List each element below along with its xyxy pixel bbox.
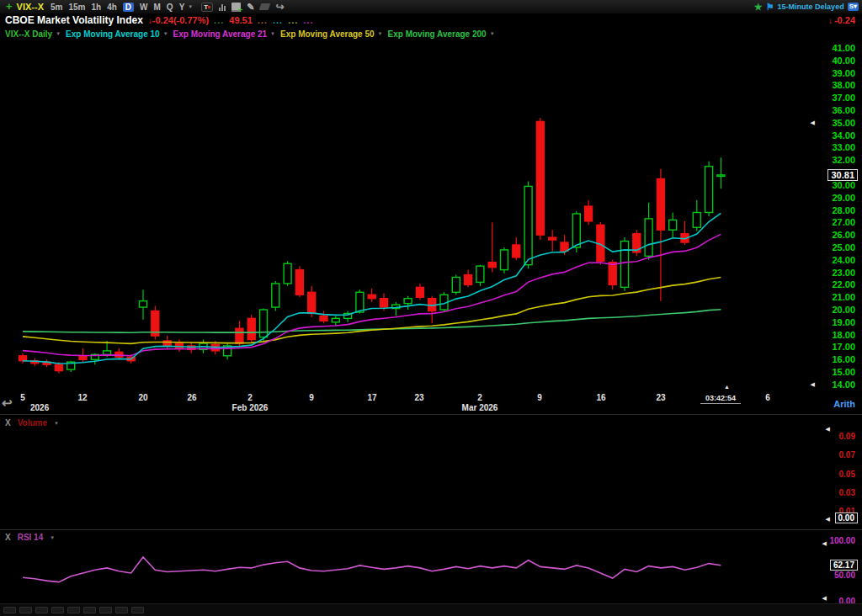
date-tick: 12 — [77, 393, 87, 402]
volume-panel-title[interactable]: Volume — [18, 418, 47, 427]
add-symbol-button[interactable]: + — [6, 2, 13, 12]
price-axis-label: 21.00 — [805, 292, 855, 302]
bottom-status-bar — [0, 603, 862, 616]
legend-item-2[interactable]: Exp Moving Average 21▼ — [173, 29, 275, 39]
trading-app-window: + VIX--X 5m15m1h4hDWMQY ▼ T + ✎ ↪ ★ ⚑ 15… — [0, 0, 862, 616]
price-axis-label: 23.00 — [805, 268, 855, 278]
bottom-tab-7[interactable] — [115, 607, 128, 613]
mini-indicator-dots: ... — [258, 18, 268, 23]
price-axis-label: 22.00 — [805, 279, 855, 289]
price-axis-label: 36.00 — [805, 105, 855, 115]
main-chart-plot[interactable] — [0, 40, 862, 389]
chevron-down-icon[interactable]: ▼ — [270, 31, 275, 36]
mini-indicator-dots: ... — [288, 18, 298, 23]
timeframe-Q[interactable]: Q — [167, 3, 173, 12]
volume-high-marker-icon: ◀ — [826, 426, 830, 433]
date-tick: 17 — [367, 393, 376, 402]
legend-item-label: Exp Moving Average 200 — [388, 29, 487, 39]
date-month-label: Mar 2026 — [462, 403, 498, 412]
mini-indicator-dots: ... — [214, 18, 224, 23]
chevron-down-icon[interactable]: ▼ — [490, 31, 495, 36]
price-axis-label: 25.00 — [805, 242, 855, 252]
legend-item-1[interactable]: Exp Moving Average 10▼ — [66, 29, 168, 39]
toolbar-right: ★ ⚑ 15-Minute Delayed S▾ — [754, 2, 859, 13]
timeframe-Y[interactable]: Y — [179, 3, 185, 12]
rsi-value-box: 62.17 — [830, 560, 858, 571]
add-note-icon[interactable]: + — [231, 3, 241, 12]
bar-chart-icon[interactable] — [219, 3, 226, 11]
panel-divider[interactable] — [0, 414, 862, 415]
date-tick: 9 — [309, 393, 314, 402]
timeframe-W[interactable]: W — [140, 3, 147, 12]
price-axis-label: 40.00 — [805, 56, 855, 66]
date-tick: 20 — [138, 393, 147, 402]
chevron-down-icon[interactable]: ▼ — [378, 31, 383, 36]
price-axis-label: 28.00 — [805, 205, 855, 215]
price-axis-label: 29.00 — [805, 193, 855, 203]
bottom-tab-1[interactable] — [19, 607, 32, 613]
bottom-tab-5[interactable] — [83, 607, 96, 613]
price-change-right: ↓ -0.24 — [828, 15, 857, 25]
date-tick: 16 — [596, 393, 605, 402]
mini-indicator-dots: ... — [303, 18, 313, 23]
last-price-box: 30.81 — [827, 169, 858, 181]
timeframe-D[interactable]: D — [123, 3, 134, 12]
tag-icon[interactable] — [259, 3, 271, 10]
quote-row: CBOE Market Volatility Index ↓-0.24(-0.7… — [0, 13, 862, 27]
toolbar: + VIX--X 5m15m1h4hDWMQY ▼ T + ✎ ↪ ★ ⚑ 15… — [0, 0, 862, 13]
bottom-tab-0[interactable] — [3, 607, 16, 613]
price-axis-label: 27.00 — [805, 217, 855, 227]
symbol-label[interactable]: VIX--X — [17, 2, 44, 12]
price-axis-label: 26.00 — [805, 230, 855, 240]
current-bar-marker-icon: ▲ — [724, 384, 730, 390]
date-tick: 26 — [187, 393, 196, 402]
chevron-down-icon[interactable]: ▼ — [56, 31, 61, 36]
volume-panel-header: X Volume ▼ — [5, 418, 59, 427]
chevron-down-icon[interactable]: ▼ — [163, 31, 168, 36]
bar-countdown-timer: 03:42:54 — [700, 394, 741, 404]
trade-ticket-icon[interactable]: T — [201, 3, 213, 12]
volume-axis-label: 0.07 — [813, 450, 855, 459]
bottom-tab-4[interactable] — [67, 607, 80, 613]
price-axis-label: 33.00 — [805, 142, 855, 152]
bottom-tab-8[interactable] — [131, 607, 144, 613]
low-marker-icon: ◀ — [811, 381, 815, 388]
reset-zoom-icon[interactable]: ↩ — [2, 396, 13, 411]
price-axis-label: 30.00 — [805, 180, 855, 190]
bottom-tab-2[interactable] — [35, 607, 48, 613]
favorite-star-icon[interactable]: ★ — [754, 2, 763, 13]
timeframe-dropdown-caret[interactable]: ▼ — [188, 4, 193, 9]
timeframe-4h[interactable]: 4h — [107, 3, 117, 12]
share-arrow-icon[interactable]: ↪ — [275, 3, 284, 11]
price-axis-label: 15.00 — [805, 367, 855, 377]
snap-badge[interactable]: S▾ — [848, 3, 859, 11]
volume-axis-label: 0.03 — [813, 488, 855, 497]
legend-item-label: Exp Moving Average 10 — [66, 29, 160, 39]
bottom-tab-6[interactable] — [99, 607, 112, 613]
volume-low-marker-icon: ◀ — [826, 516, 830, 523]
close-panel-button[interactable]: X — [5, 418, 11, 427]
legend-item-3[interactable]: Exp Moving Average 50▼ — [280, 29, 382, 39]
price-change: ↓-0.24(-0.77%) — [148, 15, 209, 25]
timeframe-15m[interactable]: 15m — [68, 3, 85, 12]
price-axis-label: 38.00 — [805, 80, 855, 90]
date-tick: 23 — [414, 393, 423, 402]
rsi-high-marker-icon: ◀ — [822, 540, 827, 547]
bottom-tab-3[interactable] — [51, 607, 64, 613]
legend-item-0[interactable]: VIX--X Daily▼ — [5, 29, 61, 39]
timeframe-5m[interactable]: 5m — [51, 3, 62, 12]
flag-icon[interactable]: ⚑ — [766, 2, 774, 13]
instrument-title: CBOE Market Volatility Index — [5, 14, 143, 26]
date-tick: 23 — [656, 393, 665, 402]
timeframe-M[interactable]: M — [154, 3, 161, 12]
chevron-down-icon[interactable]: ▼ — [54, 421, 59, 426]
timeframe-1h[interactable]: 1h — [91, 3, 101, 12]
price-axis-label: 17.00 — [805, 342, 855, 352]
rsi-plot[interactable] — [0, 530, 862, 603]
legend-item-label: Exp Moving Average 21 — [173, 29, 268, 39]
legend-item-label: VIX--X Daily — [5, 29, 52, 39]
draw-pencil-icon[interactable]: ✎ — [247, 2, 254, 13]
scale-type-label[interactable]: Arith — [833, 399, 855, 409]
legend-item-4[interactable]: Exp Moving Average 200▼ — [388, 29, 495, 39]
price-axis-label: 39.00 — [805, 68, 855, 78]
